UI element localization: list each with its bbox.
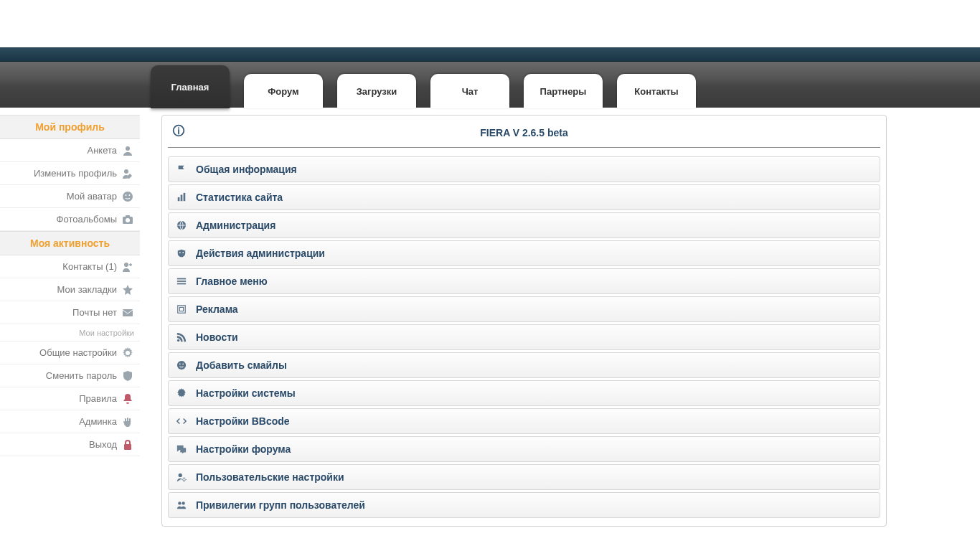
code-icon: [176, 415, 187, 427]
sidebar-item-label: Почты нет: [72, 307, 117, 318]
nav-tab-label: Загрузки: [357, 86, 397, 97]
panel-item-user-settings[interactable]: Пользовательские настройки: [168, 464, 880, 490]
svg-rect-14: [184, 193, 186, 201]
panel-item-forum-settings[interactable]: Настройки форума: [168, 436, 880, 462]
svg-point-31: [182, 501, 184, 504]
panel-item-admin-actions[interactable]: Действия администрации: [168, 240, 880, 266]
sidebar-item-password[interactable]: Сменить пароль: [0, 364, 140, 387]
sidebar-item-rules[interactable]: Правила: [0, 387, 140, 410]
rss-icon: [176, 331, 187, 343]
group-icon: [176, 499, 187, 511]
header-accent-strip: [0, 47, 980, 62]
svg-point-0: [126, 146, 130, 151]
svg-point-24: [177, 361, 186, 369]
panel-item-group-privileges[interactable]: Привилегии групп пользователей: [168, 492, 880, 518]
svg-point-16: [179, 252, 181, 253]
panel-title: FIERA V 2.6.5 beta: [480, 127, 567, 138]
shield-icon: [121, 369, 134, 382]
svg-point-6: [126, 218, 130, 222]
sidebar-item-contacts[interactable]: Контакты (1): [0, 255, 140, 278]
sidebar-item-general-settings[interactable]: Общие настройки: [0, 342, 140, 364]
panel-item-label: Администрация: [196, 220, 275, 231]
panel-item-main-menu[interactable]: Главное меню: [168, 268, 880, 294]
target-icon: [176, 303, 187, 315]
panel-item-label: Реклама: [196, 303, 238, 315]
nav-tab-partners[interactable]: Партнеры: [524, 74, 603, 108]
sidebar-item-mail[interactable]: Почты нет: [0, 301, 140, 324]
sidebar-item-label: Изменить профиль: [34, 168, 117, 179]
panel-item-label: Новости: [196, 331, 238, 343]
svg-point-8: [124, 263, 128, 267]
mail-icon: [121, 306, 134, 319]
panel-item-label: Настройки BBcode: [196, 415, 290, 427]
sidebar-item-logout[interactable]: Выход: [0, 433, 140, 456]
svg-point-28: [179, 474, 182, 477]
sidebar-item-label: Общие настройки: [39, 347, 117, 358]
sidebar-item-label: Мои закладки: [57, 284, 117, 295]
nav-tab-label: Главная: [171, 82, 209, 93]
panel-item-bbcode[interactable]: Настройки BBcode: [168, 408, 880, 434]
sidebar-item-label: Сменить пароль: [46, 370, 117, 381]
panel-item-label: Общая информация: [196, 164, 297, 175]
svg-rect-19: [177, 281, 186, 282]
page-body: Мой профиль Анкета Изменить профиль Мой …: [0, 108, 980, 527]
user-icon: [121, 144, 134, 157]
svg-point-2: [123, 192, 133, 202]
sidebar-item-label: Контакты (1): [62, 261, 117, 272]
svg-rect-9: [123, 309, 133, 316]
panel-item-label: Главное меню: [196, 276, 268, 287]
smile-icon: [176, 359, 187, 371]
panel-item-label: Добавить смайлы: [196, 359, 287, 371]
nav-tab-chat[interactable]: Чат: [430, 74, 509, 108]
sidebar: Мой профиль Анкета Изменить профиль Мой …: [0, 115, 140, 527]
svg-point-23: [177, 339, 180, 342]
admin-panel: FIERA V 2.6.5 beta Общая информация Стат…: [161, 115, 887, 527]
panel-item-ads[interactable]: Реклама: [168, 296, 880, 322]
sidebar-item-avatar[interactable]: Мой аватар: [0, 185, 140, 208]
panel-item-label: Привилегии групп пользователей: [196, 499, 365, 511]
sidebar-item-albums[interactable]: Фотоальбомы: [0, 208, 140, 231]
svg-point-30: [178, 501, 181, 504]
svg-point-17: [182, 252, 184, 253]
panel-header: FIERA V 2.6.5 beta: [168, 121, 880, 148]
user-edit-icon: [121, 167, 134, 180]
panel-item-general-info[interactable]: Общая информация: [168, 156, 880, 182]
nav-tab-home[interactable]: Главная: [151, 65, 230, 108]
nav-tab-downloads[interactable]: Загрузки: [337, 74, 416, 108]
bars-icon: [176, 192, 187, 203]
bell-icon: [121, 392, 134, 405]
sidebar-section-profile: Мой профиль: [0, 115, 140, 139]
panel-item-label: Пользовательские настройки: [196, 471, 344, 483]
svg-rect-18: [177, 278, 186, 280]
sidebar-item-anketa[interactable]: Анкета: [0, 139, 140, 162]
sidebar-section-settings: Мои настройки: [0, 324, 140, 342]
sidebar-item-admin[interactable]: Админка: [0, 410, 140, 433]
star-icon: [121, 283, 134, 296]
svg-rect-10: [124, 444, 131, 450]
svg-point-1: [124, 169, 128, 174]
sidebar-item-bookmarks[interactable]: Мои закладки: [0, 278, 140, 301]
panel-item-label: Статистика сайта: [196, 192, 283, 203]
main-content: FIERA V 2.6.5 beta Общая информация Стат…: [140, 115, 980, 527]
sidebar-section-activity: Моя активность: [0, 231, 140, 255]
panel-item-smileys[interactable]: Добавить смайлы: [168, 352, 880, 378]
svg-rect-21: [178, 306, 186, 314]
panel-item-administration[interactable]: Администрация: [168, 212, 880, 238]
flag-icon: [176, 164, 187, 175]
svg-point-25: [179, 363, 181, 364]
sidebar-item-label: Фотоальбомы: [57, 214, 117, 225]
sidebar-item-label: Админка: [79, 416, 117, 427]
panel-item-news[interactable]: Новости: [168, 324, 880, 350]
nav-tab-forum[interactable]: Форум: [244, 74, 323, 108]
svg-rect-13: [181, 195, 183, 202]
panel-item-stats[interactable]: Статистика сайта: [168, 184, 880, 210]
panel-item-system-settings[interactable]: Настройки системы: [168, 380, 880, 406]
panel-item-label: Действия администрации: [196, 248, 325, 259]
svg-rect-22: [179, 307, 183, 311]
globe-icon: [176, 220, 187, 231]
gear-icon: [121, 347, 134, 359]
sidebar-item-edit-profile[interactable]: Изменить профиль: [0, 162, 140, 185]
info-icon: [172, 124, 185, 137]
nav-tab-contacts[interactable]: Контакты: [617, 74, 696, 108]
sidebar-item-label: Правила: [79, 393, 117, 404]
